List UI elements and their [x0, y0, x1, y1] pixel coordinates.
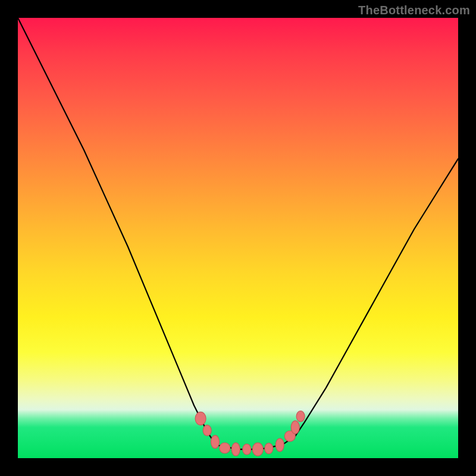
- highlight-marker: [275, 439, 284, 452]
- chart-frame: TheBottleneck.com: [0, 0, 476, 476]
- plot-area: [18, 18, 458, 458]
- highlight-marker: [195, 412, 206, 425]
- highlight-marker: [296, 411, 305, 422]
- marker-group: [195, 411, 305, 456]
- curve-svg: [18, 18, 458, 458]
- bottleneck-curve: [18, 18, 458, 449]
- highlight-marker: [231, 443, 240, 456]
- highlight-marker: [203, 425, 211, 436]
- highlight-marker: [211, 436, 220, 449]
- highlight-marker: [220, 443, 230, 453]
- highlight-marker: [265, 443, 273, 454]
- highlight-marker: [243, 444, 251, 455]
- watermark-text: TheBottleneck.com: [358, 4, 470, 17]
- highlight-marker: [291, 421, 299, 434]
- highlight-marker: [252, 443, 263, 456]
